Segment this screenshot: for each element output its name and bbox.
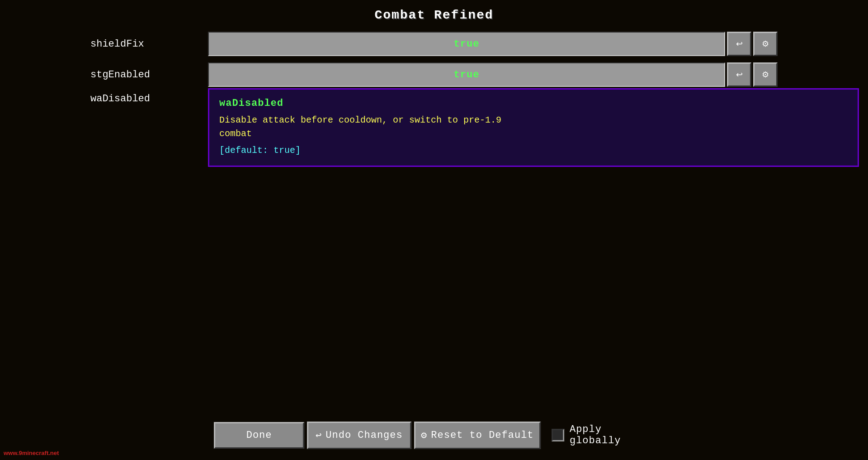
apply-globally-checkbox-area[interactable]: Apply globally	[543, 419, 654, 451]
stgenabled-label: stgEnabled	[90, 69, 208, 81]
page-title: Combat Refined	[374, 8, 493, 22]
setting-row-shieldfix: shieldFix true ↩ ⚙	[90, 32, 778, 56]
apply-globally-label: Apply globally	[570, 424, 646, 446]
stgenabled-reset-button[interactable]: ⚙	[753, 62, 778, 87]
shieldfix-control[interactable]: true	[208, 32, 725, 56]
setting-row-stgenabled: stgEnabled true ↩ ⚙	[90, 62, 778, 87]
done-button[interactable]: Done	[214, 422, 304, 449]
shieldfix-label: shieldFix	[90, 38, 208, 50]
tooltip-popup: waDisabled Disable attack before cooldow…	[208, 88, 859, 167]
reset-label: Reset to Default	[431, 430, 533, 441]
bottom-bar: Done ↩ Undo Changes ⚙ Reset to Default A…	[214, 419, 654, 451]
undo-changes-button[interactable]: ↩ Undo Changes	[307, 422, 411, 449]
stgenabled-control[interactable]: true	[208, 62, 725, 87]
stgenabled-undo-button[interactable]: ↩	[727, 62, 751, 87]
tooltip-title: waDisabled	[219, 98, 848, 109]
reset-to-default-button[interactable]: ⚙ Reset to Default	[414, 422, 541, 449]
stgenabled-value: true	[454, 69, 480, 81]
shieldfix-value: true	[454, 38, 480, 50]
tooltip-default: [default: true]	[219, 145, 848, 156]
reset-icon: ⚙	[421, 429, 427, 441]
shieldfix-reset-button[interactable]: ⚙	[753, 32, 778, 56]
tooltip-description: Disable attack before cooldown, or switc…	[219, 114, 848, 141]
shieldfix-undo-button[interactable]: ↩	[727, 32, 751, 56]
undo-icon: ↩	[316, 429, 322, 441]
wadisabled-label: waDisabled	[90, 93, 208, 104]
watermark: www.9minecraft.net	[4, 450, 59, 456]
apply-globally-checkbox[interactable]	[552, 429, 564, 441]
undo-label: Undo Changes	[326, 430, 402, 441]
